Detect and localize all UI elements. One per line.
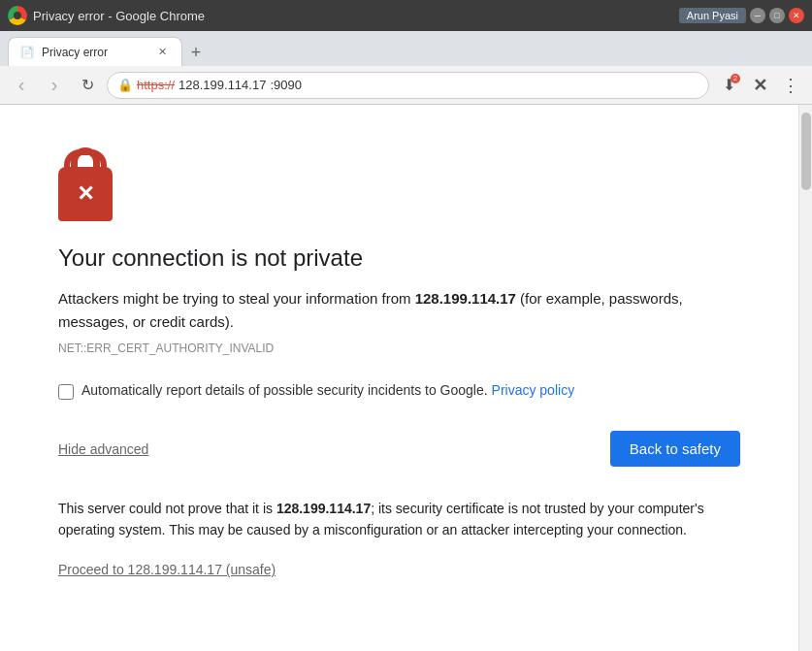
address-bar[interactable]: 🔒 https://128.199.114.17:9090 — [107, 72, 709, 99]
actions-row: Hide advanced Back to safety — [58, 431, 740, 467]
close-window-button[interactable]: ✕ — [789, 8, 804, 23]
title-bar-left: Privacy error - Google Chrome — [8, 6, 205, 25]
scrollbar[interactable] — [798, 105, 812, 651]
content-area: ✕ Your connection is not private Attacke… — [0, 105, 812, 651]
extension-button[interactable]: ⬇ 2 — [715, 72, 742, 99]
tab-bar: 📄 Privacy error ✕ + — [0, 31, 812, 66]
url-port: :9090 — [270, 78, 302, 92]
url-prefix: https:// — [137, 78, 175, 92]
user-badge: Arun Pyasi — [679, 8, 746, 23]
scrollbar-thumb[interactable] — [801, 113, 811, 190]
lock-x-icon: ✕ — [77, 183, 94, 205]
error-host: 128.199.114.17 — [415, 290, 516, 307]
report-checkbox[interactable] — [58, 384, 74, 400]
maximize-button[interactable]: □ — [769, 8, 785, 23]
advanced-info: This server could not prove that it is 1… — [58, 498, 740, 541]
window-title: Privacy error - Google Chrome — [33, 9, 205, 23]
back-button[interactable]: ‹ — [8, 72, 35, 99]
extension-badge: 2 — [731, 74, 740, 83]
title-bar: Privacy error - Google Chrome Arun Pyasi… — [0, 0, 812, 31]
reload-button[interactable]: ↻ — [74, 72, 101, 99]
lock-body-icon: ✕ — [58, 167, 113, 221]
checkbox-label-text: Automatically report details of possible… — [81, 382, 488, 398]
minimize-button[interactable]: ─ — [750, 8, 765, 23]
error-description: Attackers might be trying to steal your … — [58, 287, 740, 334]
proceed-link[interactable]: Proceed to 128.199.114.17 (unsafe) — [58, 562, 276, 577]
privacy-policy-link[interactable]: Privacy policy — [492, 382, 575, 398]
title-bar-controls: Arun Pyasi ─ □ ✕ — [679, 8, 804, 23]
page-content: ✕ Your connection is not private Attacke… — [0, 105, 798, 651]
tab-label: Privacy error — [42, 46, 108, 59]
toolbar: ‹ › ↻ 🔒 https://128.199.114.17:9090 ⬇ 2 … — [0, 66, 812, 105]
toolbar-actions: ⬇ 2 ✕ ⋮ — [715, 72, 804, 99]
checkbox-row: Automatically report details of possible… — [58, 382, 740, 400]
error-heading: Your connection is not private — [58, 244, 740, 272]
error-description-part1: Attackers might be trying to steal your … — [58, 290, 415, 307]
tab-close-button[interactable]: ✕ — [154, 45, 170, 60]
tab-favicon-icon: 📄 — [20, 46, 34, 59]
menu-button[interactable]: ⋮ — [777, 72, 804, 99]
chrome-logo-icon — [8, 6, 27, 25]
advanced-host: 128.199.114.17 — [276, 501, 371, 516]
active-tab[interactable]: 📄 Privacy error ✕ — [8, 37, 182, 66]
security-warning-icon: 🔒 — [117, 78, 133, 92]
chrome-window: Privacy error - Google Chrome Arun Pyasi… — [0, 0, 812, 651]
error-code: NET::ERR_CERT_AUTHORITY_INVALID — [58, 342, 740, 355]
checkbox-label: Automatically report details of possible… — [81, 382, 574, 398]
advanced-text-part1: This server could not prove that it is — [58, 501, 276, 516]
forward-button[interactable]: › — [41, 72, 68, 99]
hide-advanced-button[interactable]: Hide advanced — [58, 441, 148, 457]
url-host: 128.199.114.17 — [179, 78, 266, 92]
lock-icon-container: ✕ — [58, 144, 740, 221]
new-tab-button[interactable]: + — [182, 39, 210, 66]
back-to-safety-button[interactable]: Back to safety — [610, 431, 740, 467]
close-toolbar-button[interactable]: ✕ — [746, 72, 773, 99]
